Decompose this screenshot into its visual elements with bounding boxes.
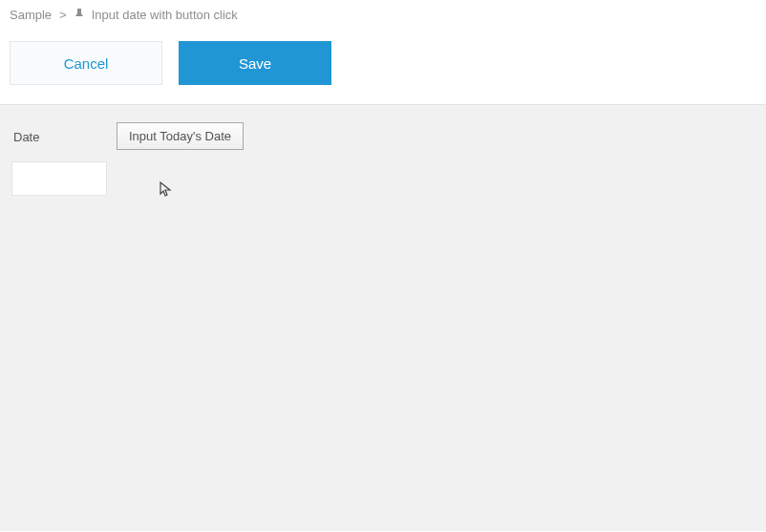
input-today-button[interactable]: Input Today's Date: [117, 122, 244, 150]
date-input[interactable]: [11, 161, 107, 196]
breadcrumb-current: Input date with button click: [92, 8, 238, 22]
pin-icon: [74, 9, 84, 22]
date-label: Date: [13, 122, 105, 144]
toolbar: Cancel Save: [0, 30, 766, 104]
breadcrumb-separator: >: [59, 8, 67, 22]
cancel-button[interactable]: Cancel: [10, 41, 162, 85]
content-area: Date Input Today's Date: [0, 104, 766, 531]
breadcrumb-root-link[interactable]: Sample: [10, 8, 52, 22]
save-button[interactable]: Save: [179, 41, 331, 85]
breadcrumb: Sample > Input date with button click: [0, 0, 766, 30]
date-row: Date Input Today's Date: [13, 122, 753, 196]
